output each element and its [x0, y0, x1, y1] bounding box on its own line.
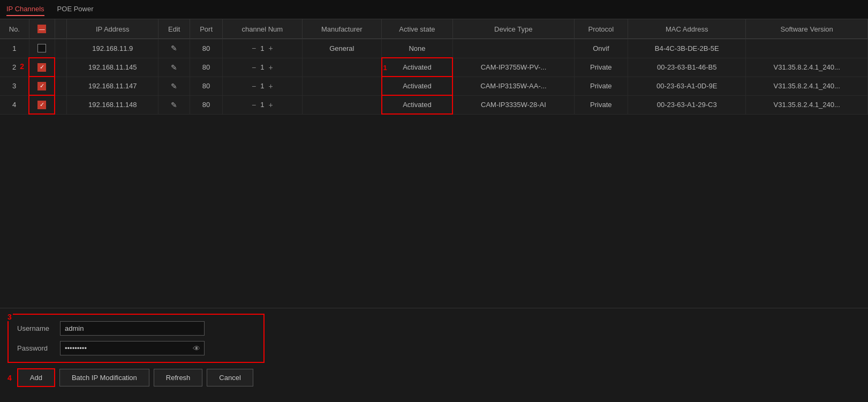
- col-edit: Edit: [158, 19, 190, 39]
- ip-channels-table: No. IP Address Edit Port channel Num Man…: [0, 19, 868, 115]
- table-row: 2 2 192.168.11.145 ✎ 80 − 1: [0, 58, 868, 77]
- step-1-badge: 1: [383, 63, 387, 71]
- cell-checkbox-3[interactable]: [29, 77, 55, 95]
- cell-no-2: 2: [0, 58, 29, 77]
- password-wrapper: 👁: [60, 341, 205, 355]
- cell-channel-2: − 1 +: [223, 58, 302, 77]
- cell-no-3: 3: [0, 77, 29, 95]
- channel-minus-1[interactable]: −: [251, 44, 257, 52]
- credentials-area: Username Password 👁: [7, 314, 265, 363]
- cell-checkbox-4[interactable]: [29, 95, 55, 114]
- step-4-label: 4: [7, 374, 12, 382]
- cell-manufacturer-3: [302, 77, 381, 95]
- cell-no: 1: [0, 39, 29, 58]
- cell-icon-4: [55, 95, 66, 114]
- select-all-checkbox[interactable]: [37, 25, 46, 33]
- bottom-buttons-row: 4 Add Batch IP Modification Refresh Canc…: [7, 368, 861, 392]
- cell-mac-3: 00-23-63-A1-0D-9E: [628, 77, 746, 95]
- cell-channel-4: − 1 +: [223, 95, 302, 114]
- cell-icon-3: [55, 77, 66, 95]
- table-row: 4 192.168.11.148 ✎ 80 − 1 +: [0, 95, 868, 114]
- step-2-badge: 2: [20, 62, 24, 71]
- cell-port-3: 80: [190, 77, 223, 95]
- cell-active-state-1: None: [382, 39, 453, 58]
- main-content: No. IP Address Edit Port channel Num Man…: [0, 19, 868, 402]
- cell-ip: 192.168.11.9: [67, 39, 158, 58]
- col-port: Port: [190, 19, 223, 39]
- nav-poe-power[interactable]: POE Power: [57, 3, 94, 16]
- edit-icon-4[interactable]: ✎: [171, 101, 177, 109]
- channel-minus-4[interactable]: −: [251, 101, 257, 109]
- cell-device-type-4: CAM-IP3335W-28-AI: [452, 95, 574, 114]
- cell-checkbox-2[interactable]: 2: [29, 58, 55, 77]
- cell-device-type-2: CAM-IP3755W-PV-...: [452, 58, 574, 77]
- cell-edit-4[interactable]: ✎: [158, 95, 190, 114]
- col-active-state: Active state: [382, 19, 453, 39]
- username-row: Username: [17, 321, 255, 336]
- cell-icon-2: [55, 58, 66, 77]
- row-checkbox-2[interactable]: [37, 63, 46, 72]
- channel-val-3: 1: [260, 82, 264, 90]
- top-nav: IP Channels POE Power: [0, 0, 868, 19]
- col-checkbox[interactable]: [29, 19, 55, 39]
- cell-software-2: V31.35.8.2.4.1_240...: [746, 58, 868, 77]
- cell-channel-3: − 1 +: [223, 77, 302, 95]
- step-3-label: 3: [6, 313, 13, 321]
- row-checkbox-1[interactable]: [37, 44, 46, 52]
- table-wrapper: No. IP Address Edit Port channel Num Man…: [0, 19, 868, 308]
- cell-channel: − 1 +: [223, 39, 302, 58]
- cell-software-4: V31.35.8.2.4.1_240...: [746, 95, 868, 114]
- cell-manufacturer: General: [302, 39, 381, 58]
- col-empty: [55, 19, 66, 39]
- cell-edit-3[interactable]: ✎: [158, 77, 190, 95]
- col-no: No.: [0, 19, 29, 39]
- username-label: Username: [17, 324, 60, 332]
- cell-edit[interactable]: ✎: [158, 39, 190, 58]
- channel-plus-1[interactable]: +: [267, 44, 274, 52]
- cell-port-2: 80: [190, 58, 223, 77]
- channel-plus-2[interactable]: +: [267, 63, 274, 72]
- refresh-button[interactable]: Refresh: [154, 369, 203, 386]
- cell-software: [746, 39, 868, 58]
- batch-ip-button[interactable]: Batch IP Modification: [59, 369, 149, 386]
- edit-icon-2[interactable]: ✎: [171, 63, 177, 72]
- cell-no-4: 4: [0, 95, 29, 114]
- nav-ip-channels[interactable]: IP Channels: [6, 3, 44, 16]
- row-checkbox-3[interactable]: [37, 82, 46, 90]
- cell-port-4: 80: [190, 95, 223, 114]
- cell-manufacturer-2: [302, 58, 381, 77]
- row-checkbox-4[interactable]: [37, 101, 46, 109]
- cell-ip-2: 192.168.11.145: [67, 58, 158, 77]
- channel-plus-3[interactable]: +: [267, 82, 274, 90]
- username-input[interactable]: [60, 321, 205, 336]
- col-mac: MAC Address: [628, 19, 746, 39]
- cell-protocol-2: Private: [574, 58, 628, 77]
- password-input[interactable]: [60, 341, 205, 355]
- cell-protocol-4: Private: [574, 95, 628, 114]
- cell-edit-2[interactable]: ✎: [158, 58, 190, 77]
- cell-software-3: V31.35.8.2.4.1_240...: [746, 77, 868, 95]
- cell-mac: B4-4C-3B-DE-2B-5E: [628, 39, 746, 58]
- edit-icon-1[interactable]: ✎: [171, 44, 177, 52]
- channel-val-1: 1: [260, 44, 264, 52]
- cell-active-state-4: Activated: [382, 95, 453, 114]
- add-button[interactable]: Add: [17, 368, 55, 387]
- eye-icon[interactable]: 👁: [193, 344, 200, 353]
- cancel-button[interactable]: Cancel: [207, 369, 253, 386]
- table-header-row: No. IP Address Edit Port channel Num Man…: [0, 19, 868, 39]
- cell-protocol-3: Private: [574, 77, 628, 95]
- cell-device-type: [452, 39, 574, 58]
- edit-icon-3[interactable]: ✎: [171, 82, 177, 90]
- col-ip: IP Address: [67, 19, 158, 39]
- col-software: Software Version: [746, 19, 868, 39]
- channel-minus-3[interactable]: −: [251, 82, 257, 90]
- cell-mac-4: 00-23-63-A1-29-C3: [628, 95, 746, 114]
- table-row: 1 192.168.11.9 ✎ 80 − 1 +: [0, 39, 868, 58]
- cell-icon-1: [55, 39, 66, 58]
- cell-active-state-2: 1 Activated: [382, 58, 453, 77]
- cell-mac-2: 00-23-63-B1-46-B5: [628, 58, 746, 77]
- channel-plus-4[interactable]: +: [267, 101, 274, 109]
- password-row: Password 👁: [17, 341, 255, 355]
- channel-minus-2[interactable]: −: [251, 63, 257, 72]
- cell-checkbox[interactable]: [29, 39, 55, 58]
